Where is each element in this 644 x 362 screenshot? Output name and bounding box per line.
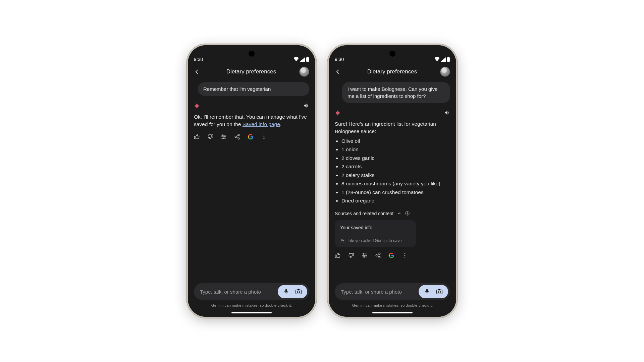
signal-icon (300, 57, 305, 62)
svg-point-7 (264, 138, 265, 139)
svg-point-17 (365, 255, 366, 256)
saved-info-card[interactable]: Your saved info Info you asked Gemini to… (335, 220, 416, 247)
wifi-icon (434, 57, 440, 62)
share-button[interactable] (234, 134, 240, 140)
list-item: 1 onion (341, 146, 450, 153)
share-button[interactable] (375, 252, 381, 258)
status-bar: 9:30 (194, 45, 309, 63)
list-item: 2 cloves garlic (341, 155, 450, 162)
input-area: Type, talk, or share a photo Gemini can … (194, 283, 309, 307)
sources-toggle[interactable]: Sources and related content (335, 211, 450, 216)
mic-icon (424, 289, 430, 295)
gemini-spark-icon (194, 103, 199, 108)
thumbs-up-button[interactable] (335, 252, 341, 258)
google-search-button[interactable] (248, 134, 254, 140)
svg-point-18 (364, 256, 365, 257)
thumbs-down-button[interactable] (207, 134, 213, 140)
info-icon (405, 211, 410, 216)
list-item: Olive oil (341, 137, 450, 145)
mic-icon (283, 289, 289, 295)
saved-info-link[interactable]: Saved info page (243, 121, 280, 127)
svg-point-3 (224, 136, 225, 137)
svg-rect-14 (407, 213, 408, 215)
mic-button[interactable] (424, 289, 430, 295)
svg-point-4 (223, 138, 224, 139)
mic-camera-pill (278, 285, 307, 298)
speaker-icon (444, 110, 450, 116)
list-item: Dried oregano (341, 197, 450, 204)
battery-icon (447, 57, 450, 62)
svg-point-20 (405, 255, 406, 256)
sources-label: Sources and related content (335, 211, 393, 216)
chevron-left-icon (335, 68, 341, 75)
more-vert-icon (402, 252, 408, 258)
google-g-icon (248, 134, 254, 140)
assistant-message: Ok, I'll remember that. You can manage w… (194, 113, 309, 128)
list-item: 2 celery stalks (341, 172, 450, 179)
thumbs-up-icon (335, 252, 341, 258)
svg-rect-10 (447, 57, 450, 62)
input-placeholder: Type, talk, or share a photo (341, 289, 419, 295)
ingredients-list: Olive oil 1 onion 2 cloves garlic 2 carr… (335, 137, 450, 205)
list-item: 2 carrots (341, 163, 450, 170)
thumbs-up-icon (194, 134, 200, 140)
disclaimer: Gemini can make mistakes, so double-chec… (194, 303, 309, 307)
svg-point-6 (264, 136, 265, 137)
thumbs-down-icon (348, 252, 354, 258)
status-bar: 9:30 (335, 45, 450, 63)
tune-icon (221, 134, 227, 140)
list-item: 1 (28-ounce) can crushed tomatoes (341, 189, 450, 196)
saved-info-title: Your saved info (340, 225, 411, 230)
camera-button[interactable] (436, 289, 443, 295)
thumbs-up-button[interactable] (194, 134, 200, 140)
phone-mockup-right: 9:30 Dietary preferences I want to make … (329, 45, 456, 317)
share-icon (234, 134, 240, 140)
svg-rect-8 (296, 290, 302, 294)
speaker-icon (303, 103, 309, 109)
svg-rect-11 (448, 57, 449, 57)
svg-point-15 (341, 239, 343, 241)
svg-point-9 (298, 291, 300, 293)
speaker-button[interactable] (303, 103, 309, 109)
assistant-text-post: . (280, 121, 281, 127)
svg-point-21 (405, 257, 406, 258)
svg-rect-0 (306, 57, 309, 62)
tune-button[interactable] (221, 134, 227, 140)
camera-icon (295, 289, 302, 295)
camera-icon (436, 289, 443, 295)
assistant-intro: Sure! Here's an ingredient list for vege… (335, 121, 436, 134)
google-g-icon (388, 252, 394, 258)
profile-avatar[interactable] (299, 67, 309, 77)
svg-point-23 (438, 291, 441, 293)
user совmessage: Remember that I'm vegetarian (198, 82, 309, 96)
back-button[interactable] (335, 68, 344, 75)
input-area: Type, talk, or share a photo Gemini can … (335, 283, 450, 307)
speaker-button[interactable] (444, 110, 450, 116)
google-search-button[interactable] (388, 252, 394, 258)
mic-camera-pill (419, 285, 448, 298)
chevron-left-icon (194, 68, 201, 75)
thumbs-down-button[interactable] (348, 252, 354, 258)
mic-button[interactable] (283, 289, 289, 295)
more-button[interactable] (402, 252, 408, 258)
disclaimer: Gemini can make mistakes, so double-chec… (335, 303, 450, 307)
more-button[interactable] (261, 134, 267, 140)
clock: 9:30 (335, 57, 344, 62)
chat-input[interactable]: Type, talk, or share a photo (194, 283, 309, 300)
back-button[interactable] (194, 68, 203, 75)
page-title: Dietary preferences (344, 68, 440, 75)
assistant-message: Sure! Here's an ingredient list for vege… (335, 120, 450, 205)
thumbs-down-icon (207, 134, 213, 140)
chat-input[interactable]: Type, talk, or share a photo (335, 283, 450, 300)
saved-info-subtitle: Info you asked Gemini to save (340, 238, 411, 243)
tune-button[interactable] (362, 252, 368, 258)
camera-button[interactable] (295, 289, 302, 295)
more-vert-icon (261, 134, 267, 140)
battery-icon (306, 57, 309, 62)
profile-avatar[interactable] (440, 67, 450, 77)
clock: 9:30 (194, 57, 203, 62)
wifi-icon (293, 57, 299, 62)
svg-rect-1 (307, 57, 308, 57)
user-message: I want to make Bolognese. Can you give m… (342, 82, 450, 103)
response-actions (194, 134, 309, 140)
